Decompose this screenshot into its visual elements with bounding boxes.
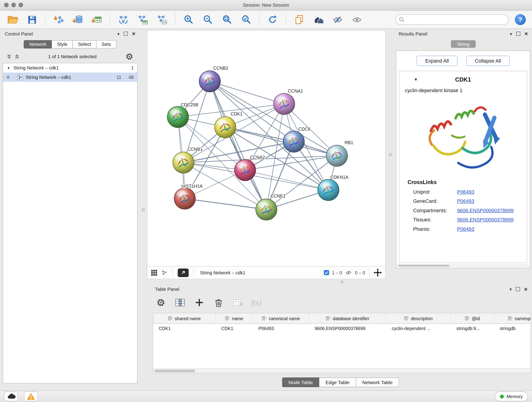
table-horizontal-scrollbar[interactable] — [153, 368, 531, 373]
import-table-button[interactable] — [89, 12, 106, 27]
network-node-CDC6[interactable]: CDC6 — [283, 127, 310, 152]
tab-select[interactable]: Select — [73, 40, 96, 49]
show-graphics-button[interactable] — [348, 12, 365, 27]
node-label: CDC25B — [181, 102, 198, 107]
network-with-table-button[interactable] — [134, 12, 151, 27]
tab-style[interactable]: Style — [52, 40, 73, 49]
panel-collapse-icon[interactable]: ▾ — [117, 32, 120, 36]
save-session-button[interactable] — [23, 12, 41, 27]
panel-float-icon[interactable] — [516, 287, 520, 291]
card-collapse-icon[interactable]: ▼ — [414, 77, 418, 82]
network-image-icon — [157, 14, 167, 25]
crosslink-link[interactable]: 9606.ENSP00000378699 — [457, 208, 514, 213]
documents-button[interactable] — [291, 12, 308, 27]
left-splitter-handle[interactable] — [142, 208, 145, 211]
grid-icon[interactable] — [151, 269, 158, 276]
warning-button[interactable] — [24, 392, 38, 401]
refresh-network-button[interactable] — [264, 12, 281, 27]
hidden-eye-icon[interactable] — [345, 269, 352, 276]
bottom-splitter-handle[interactable] — [341, 281, 343, 283]
panel-close-icon[interactable]: × — [524, 286, 528, 292]
tab-string[interactable]: String — [451, 40, 476, 48]
birdseye-icon[interactable] — [161, 269, 168, 276]
crosslink-link[interactable]: 9606.ENSP00000378699 — [457, 217, 514, 223]
zoom-selected-button[interactable] — [238, 12, 255, 27]
column-header[interactable]: database identifier — [309, 313, 386, 324]
table-row[interactable]: CDK1 CDK1 P06493 9606.ENSP00000378699 cy… — [153, 324, 531, 333]
crosslink-link[interactable]: P06493 — [457, 198, 474, 204]
save-icon — [27, 15, 37, 25]
sort-icon — [168, 316, 173, 320]
tab-edge-table[interactable]: Edge Table — [319, 377, 356, 387]
delete-column-button[interactable] — [213, 297, 225, 308]
crosslink-link[interactable]: P06493 — [457, 226, 474, 232]
network-table-icon — [137, 14, 148, 25]
node-label: CDK1 — [230, 111, 242, 116]
network-edges — [178, 81, 337, 210]
open-session-button[interactable] — [4, 12, 21, 27]
expand-all-button[interactable]: Expand All — [417, 56, 457, 66]
network-canvas[interactable]: CCNB2CCNA1CDC25BCDK1CDC6RB1CCNB1CCNA2CDK… — [147, 31, 385, 266]
collapse-all-icon[interactable] — [7, 54, 12, 59]
tab-network-table[interactable]: Network Table — [356, 377, 399, 387]
tab-node-table[interactable]: Node Table — [282, 377, 319, 387]
column-header[interactable]: canonical name — [253, 313, 309, 324]
collapse-all-button[interactable]: Collapse All — [466, 56, 510, 66]
zoom-out-button[interactable] — [199, 12, 216, 27]
gear-icon[interactable] — [126, 52, 133, 61]
network-row[interactable]: String Network – cdk1 11 48 — [3, 73, 137, 82]
crosslink-row: Tissues: 9606.ENSP00000378699 — [413, 217, 527, 223]
hide-graphics-button[interactable] — [329, 12, 346, 27]
open-in-window-button[interactable] — [178, 268, 189, 277]
network-view-toolbar: String Network – cdk1 1 – 0 0 – 0 — [147, 267, 386, 279]
search-input[interactable] — [407, 17, 505, 23]
column-header[interactable]: description — [386, 313, 451, 324]
network-node-CCNA1[interactable]: CCNA1 — [273, 89, 303, 115]
crosslink-link[interactable]: P06493 — [457, 189, 474, 195]
show-columns-button[interactable] — [174, 297, 186, 308]
results-horizontal-scrollbar[interactable] — [397, 264, 529, 267]
help-button[interactable]: ? — [515, 14, 526, 25]
edge-count: 48 — [126, 75, 134, 80]
houses-button[interactable] — [310, 12, 327, 27]
network-image-button[interactable] — [153, 12, 171, 27]
zoom-fit-button[interactable] — [218, 12, 235, 27]
panel-close-icon[interactable]: × — [132, 31, 135, 37]
column-header[interactable]: name — [216, 313, 253, 324]
node-label: CCNE1 — [270, 193, 285, 198]
network-from-selection-button[interactable] — [115, 12, 132, 27]
tree-expand-icon[interactable]: ▼ — [7, 66, 11, 70]
network-label: String Network – cdk1 — [26, 75, 71, 80]
create-column-button[interactable] — [194, 297, 205, 308]
memory-button[interactable]: Memory — [495, 392, 528, 401]
import-network-database-button[interactable] — [69, 12, 86, 27]
network-arrows-icon — [118, 14, 129, 25]
network-collection-row[interactable]: ▼ String Network – cdk1 1 — [3, 63, 137, 73]
memory-status-dot — [500, 395, 504, 399]
table-settings-button[interactable] — [155, 297, 167, 308]
expand-all-icon[interactable] — [15, 54, 19, 59]
zoom-out-icon — [203, 14, 213, 25]
panel-collapse-icon[interactable]: ▾ — [510, 287, 512, 292]
column-header[interactable]: @id — [451, 313, 494, 324]
panel-float-icon[interactable] — [516, 32, 520, 36]
network-node-RB1[interactable]: RB1 — [326, 140, 353, 166]
network-node-HIST1H1A[interactable]: HIST1H1A — [174, 183, 203, 209]
selected-checkbox-icon[interactable] — [324, 270, 329, 275]
network-node-CCNB2[interactable]: CCNB2 — [199, 65, 228, 92]
import-network-file-button[interactable] — [50, 12, 67, 27]
zoom-selected-icon — [241, 14, 251, 25]
zoom-in-button[interactable] — [180, 12, 197, 27]
column-header[interactable]: shared name — [153, 313, 216, 324]
fit-crosshair-icon[interactable] — [374, 269, 382, 277]
table-panel-title: Table Panel — [155, 287, 179, 292]
column-header[interactable]: namespac — [494, 313, 531, 324]
right-splitter-handle[interactable] — [389, 153, 392, 156]
pan el-close-icon[interactable]: × — [525, 31, 528, 37]
network-node-CDK1[interactable]: CDK1 — [215, 111, 243, 138]
tab-sets[interactable]: Sets — [96, 40, 116, 49]
panel-float-icon[interactable] — [124, 32, 128, 36]
cloud-button[interactable] — [4, 392, 18, 401]
tab-network[interactable]: Network — [24, 40, 52, 49]
panel-collapse-icon[interactable]: ▾ — [510, 32, 512, 36]
